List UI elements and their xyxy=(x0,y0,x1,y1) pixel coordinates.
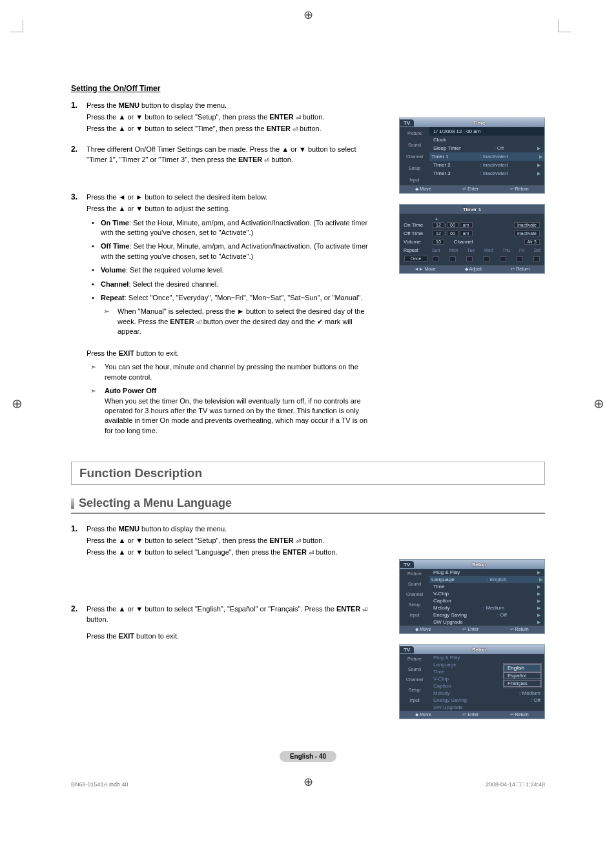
osd-row: Language: English▶ xyxy=(429,576,544,583)
osd-once: Once xyxy=(404,256,427,261)
osd-date: 1/ 1/2008 12 : 00 am xyxy=(433,128,480,134)
osd-side-item: Setup xyxy=(400,685,429,695)
osd-row: Timer 3: Inactivated▶ xyxy=(429,169,544,178)
heading-selecting-menu-language: Selecting a Menu Language xyxy=(71,496,545,514)
osd-footer-hint: ◆ Move xyxy=(415,712,431,717)
arrow-note: ➣Auto Power OffWhen you set the timer On… xyxy=(90,386,375,436)
osd-row: Melody: Medium xyxy=(429,690,544,697)
osd-row: Volume 10 Channel Air 3 xyxy=(402,238,542,246)
registration-mark: ⊕ xyxy=(12,396,23,411)
heading-function-description: Function Description xyxy=(71,462,545,485)
crop-mark xyxy=(558,19,571,32)
step: 2.Three different On/Off Timer Settings … xyxy=(71,145,375,167)
osd-row: Energy Saving: Off xyxy=(429,697,544,704)
osd-side-item: Sound xyxy=(400,664,429,675)
osd-timer1: Timer 1 ▲ On Time12:00amInactivateOff Ti… xyxy=(399,204,545,274)
osd-row: Sleep Timer: Off▶ xyxy=(429,144,544,152)
arrow-note: ➣You can set the hour, minute and channe… xyxy=(90,362,375,382)
osd-footer-hint: ↩ Return xyxy=(511,267,529,272)
bullet-item: •On Time: Set the Hour, Minute, am/pm, a… xyxy=(92,218,375,238)
osd-setup-menu: TVSetup PictureSoundChannelSetupInput Pl… xyxy=(399,559,545,634)
osd-row: Repeat SunMonTueWedThuFriSat xyxy=(402,246,542,254)
arrow-note: ➣When "Manual" is selected, press the ► … xyxy=(103,307,375,336)
osd-side-item: Sound xyxy=(400,579,429,589)
osd-time-menu: TVTime PictureSoundChannelSetupInput 1/ … xyxy=(399,118,545,194)
osd-option: Español xyxy=(504,672,541,679)
osd-footer-hint: ⏎ Enter xyxy=(462,187,478,192)
osd-row: Timer 2: Inactivated▶ xyxy=(429,161,544,169)
exit-note: Press the EXIT button to exit. xyxy=(87,349,375,357)
osd-side-item: Picture xyxy=(400,654,429,664)
osd-title: Setup xyxy=(414,647,544,653)
osd-row: Caption▶ xyxy=(429,597,544,604)
osd-side-item: Sound xyxy=(400,139,429,150)
osd-footer-hint: ◄► Move xyxy=(415,267,436,272)
footer-file: BN68-01541A.indb 40 xyxy=(71,781,128,788)
osd-footer-hint: ↩ Return xyxy=(510,712,529,717)
osd-footer-hint: ⏎ Enter xyxy=(462,627,478,632)
bullet-item: •Off Time: Set the Hour, Minute, am/pm, … xyxy=(92,241,375,261)
osd-footer-hint: ◆ Move xyxy=(415,627,431,632)
osd-side-item: Setup xyxy=(400,162,429,174)
step: 1.Press the MENU button to display the m… xyxy=(71,101,375,136)
osd-footer-hint: ◆ Adjust xyxy=(465,267,482,272)
osd-row: Energy Saving: Off▶ xyxy=(429,611,544,619)
osd-footer-hint: ↩ Return xyxy=(510,627,529,632)
section-title: Setting the On/Off Timer xyxy=(71,84,375,93)
registration-mark: ⊕ xyxy=(303,8,313,22)
osd-footer-hint: ⏎ Enter xyxy=(462,712,478,717)
osd-row: Off Time12:00amInactivate xyxy=(402,229,542,238)
osd-row: Plug & Play xyxy=(429,654,544,661)
osd-row: Timer 1: Inactivated▶ xyxy=(429,152,544,161)
osd-side-item: Setup xyxy=(400,600,429,610)
osd-option: Français xyxy=(504,680,541,687)
registration-mark: ⊕ xyxy=(593,396,604,411)
osd-language-dropdown: EnglishEspañolFrançais xyxy=(503,663,542,688)
osd-side-item: Channel xyxy=(400,675,429,685)
osd-side-item: Channel xyxy=(400,150,429,162)
osd-side-item: Channel xyxy=(400,589,429,600)
page-number: English - 40 xyxy=(280,751,336,762)
osd-footer-hint: ↩ Return xyxy=(510,187,529,192)
footer-timestamp: 2008-04-14 □□ 1:24:48 xyxy=(486,781,545,788)
osd-side-item: Input xyxy=(400,174,429,185)
osd-row: SW Upgrade xyxy=(429,704,544,711)
osd-row: SW Upgrade▶ xyxy=(429,619,544,626)
osd-title: Setup xyxy=(414,562,544,568)
osd-side-item: Picture xyxy=(400,569,429,579)
osd-tab: TV xyxy=(400,119,414,127)
osd-row: Clock xyxy=(429,136,544,144)
bullet-item: •Repeat: Select "Once", "Everyday", "Mon… xyxy=(92,293,375,303)
osd-row: Melody: Medium▶ xyxy=(429,604,544,611)
osd-side-item: Picture xyxy=(400,127,429,139)
osd-row: Plug & Play▶ xyxy=(429,569,544,576)
osd-setup-language: TVSetup PictureSoundChannelSetupInput Pl… xyxy=(399,644,545,719)
osd-row: On Time12:00amInactivate xyxy=(402,221,542,229)
step: 2.Press the ▲ or ▼ button to select "Eng… xyxy=(71,604,375,643)
osd-row: V-Chip▶ xyxy=(429,590,544,597)
osd-side-item: Input xyxy=(400,610,429,620)
osd-footer-hint: ◆ Move xyxy=(415,187,431,192)
osd-row: Time▶ xyxy=(429,583,544,590)
osd-side-item: Input xyxy=(400,695,429,706)
bullet-item: •Volume: Set the required volume level. xyxy=(92,265,375,275)
bullet-item: •Channel: Select the desired channel. xyxy=(92,280,375,289)
crop-mark xyxy=(10,19,23,32)
osd-title: Timer 1 xyxy=(400,207,544,212)
osd-tab: TV xyxy=(400,561,414,568)
step: 1.Press the MENU button to display the m… xyxy=(71,524,375,559)
osd-title: Time xyxy=(414,120,544,126)
osd-tab: TV xyxy=(400,646,414,653)
osd-option: English xyxy=(504,664,541,671)
step: 3.Press the ◄ or ► button to select the … xyxy=(71,192,375,341)
